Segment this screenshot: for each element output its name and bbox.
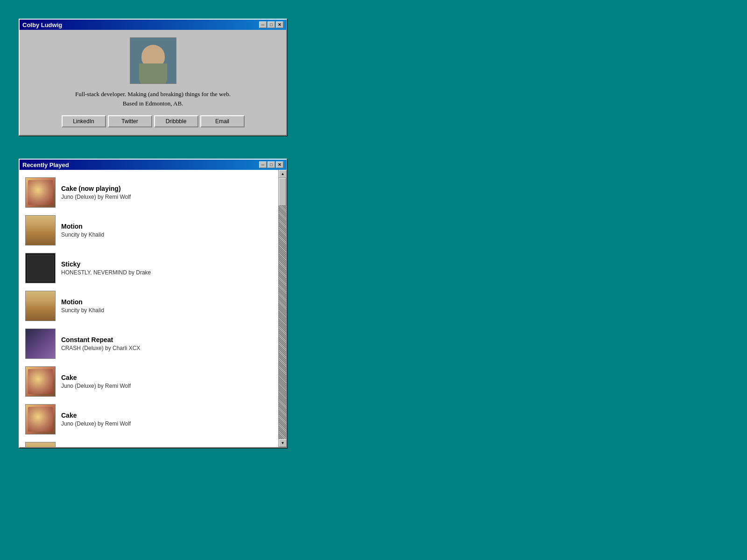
profile-window: Colby Ludwig ─ □ ✕ Full-stack developer.… bbox=[19, 19, 287, 136]
twitter-button[interactable]: Twitter bbox=[108, 115, 152, 127]
track-info-5: CakeJuno (Deluxe) by Remi Wolf bbox=[61, 374, 273, 389]
played-minimize-button[interactable]: ─ bbox=[259, 161, 267, 168]
titlebar-buttons: ─ □ ✕ bbox=[259, 21, 283, 28]
track-item-6[interactable]: CakeJuno (Deluxe) by Remi Wolf bbox=[20, 400, 278, 438]
track-album-2: HONESTLY, NEVERMIND by Drake bbox=[61, 269, 273, 276]
track-info-2: StickyHONESTLY, NEVERMIND by Drake bbox=[61, 260, 273, 276]
track-item-2[interactable]: StickyHONESTLY, NEVERMIND by Drake bbox=[20, 249, 278, 287]
scroll-up-button[interactable]: ▲ bbox=[279, 170, 287, 178]
recently-played-window: Recently Played ─ □ ✕ Cake (now playing)… bbox=[19, 159, 287, 448]
profile-titlebar[interactable]: Colby Ludwig ─ □ ✕ bbox=[20, 20, 286, 30]
track-item-5[interactable]: CakeJuno (Deluxe) by Remi Wolf bbox=[20, 363, 278, 400]
profile-links: LinkedIn Twitter Dribbble Email bbox=[27, 115, 279, 127]
album-art-4 bbox=[25, 329, 56, 359]
scroll-down-button[interactable]: ▼ bbox=[279, 439, 287, 447]
track-name-2: Sticky bbox=[61, 260, 273, 268]
track-item-4[interactable]: Constant RepeatCRASH (Deluxe) by Charli … bbox=[20, 325, 278, 363]
track-album-6: Juno (Deluxe) by Remi Wolf bbox=[61, 420, 273, 427]
track-info-4: Constant RepeatCRASH (Deluxe) by Charli … bbox=[61, 336, 273, 351]
track-name-4: Constant Repeat bbox=[61, 336, 273, 343]
track-item-3[interactable]: MotionSuncity by Khalid bbox=[20, 287, 278, 325]
track-name-6: Cake bbox=[61, 412, 273, 419]
album-art-7 bbox=[25, 442, 56, 447]
track-item-1[interactable]: MotionSuncity by Khalid bbox=[20, 211, 278, 249]
maximize-button[interactable]: □ bbox=[268, 21, 275, 28]
avatar-image bbox=[130, 38, 176, 84]
track-item-0[interactable]: Cake (now playing)Juno (Deluxe) by Remi … bbox=[20, 174, 278, 211]
profile-bio: Full-stack developer. Making (and breaki… bbox=[75, 90, 231, 108]
played-close-button[interactable]: ✕ bbox=[276, 161, 283, 168]
linkedin-button[interactable]: LinkedIn bbox=[62, 115, 106, 127]
scroll-thumb[interactable] bbox=[279, 178, 286, 206]
track-info-6: CakeJuno (Deluxe) by Remi Wolf bbox=[61, 412, 273, 427]
track-list-area: Cake (now playing)Juno (Deluxe) by Remi … bbox=[20, 170, 278, 447]
played-maximize-button[interactable]: □ bbox=[268, 161, 275, 168]
minimize-button[interactable]: ─ bbox=[259, 21, 267, 28]
track-item-7[interactable]: MotionSuncity by Khalid bbox=[20, 438, 278, 447]
album-art-0 bbox=[25, 177, 56, 208]
bio-line2: Based in Edmonton, AB. bbox=[123, 100, 183, 107]
track-info-3: MotionSuncity by Khalid bbox=[61, 298, 273, 314]
played-content: Cake (now playing)Juno (Deluxe) by Remi … bbox=[20, 170, 286, 447]
profile-title: Colby Ludwig bbox=[22, 21, 259, 28]
track-album-4: CRASH (Deluxe) by Charli XCX bbox=[61, 345, 273, 351]
album-art-1 bbox=[25, 215, 56, 245]
album-art-2 bbox=[25, 253, 56, 283]
album-art-3 bbox=[25, 291, 56, 321]
track-album-1: Suncity by Khalid bbox=[61, 231, 273, 238]
track-name-5: Cake bbox=[61, 374, 273, 381]
dribbble-button[interactable]: Dribbble bbox=[154, 115, 198, 127]
email-button[interactable]: Email bbox=[200, 115, 245, 127]
scroll-track[interactable] bbox=[279, 178, 286, 439]
track-album-0: Juno (Deluxe) by Remi Wolf bbox=[61, 194, 273, 200]
profile-content: Full-stack developer. Making (and breaki… bbox=[20, 30, 286, 135]
scrollbar[interactable]: ▲ ▼ bbox=[278, 170, 286, 447]
played-title: Recently Played bbox=[22, 161, 259, 168]
played-titlebar-buttons: ─ □ ✕ bbox=[259, 161, 283, 168]
track-name-1: Motion bbox=[61, 223, 273, 230]
track-info-0: Cake (now playing)Juno (Deluxe) by Remi … bbox=[61, 185, 273, 200]
track-album-3: Suncity by Khalid bbox=[61, 307, 273, 314]
track-name-3: Motion bbox=[61, 298, 273, 306]
avatar bbox=[130, 37, 176, 84]
close-button[interactable]: ✕ bbox=[276, 21, 283, 28]
track-info-1: MotionSuncity by Khalid bbox=[61, 223, 273, 238]
album-art-6 bbox=[25, 404, 56, 434]
track-name-0: Cake (now playing) bbox=[61, 185, 273, 192]
bio-line1: Full-stack developer. Making (and breaki… bbox=[75, 91, 231, 98]
track-list: Cake (now playing)Juno (Deluxe) by Remi … bbox=[20, 170, 278, 447]
album-art-5 bbox=[25, 366, 56, 397]
played-titlebar[interactable]: Recently Played ─ □ ✕ bbox=[20, 160, 286, 170]
track-album-5: Juno (Deluxe) by Remi Wolf bbox=[61, 383, 273, 389]
